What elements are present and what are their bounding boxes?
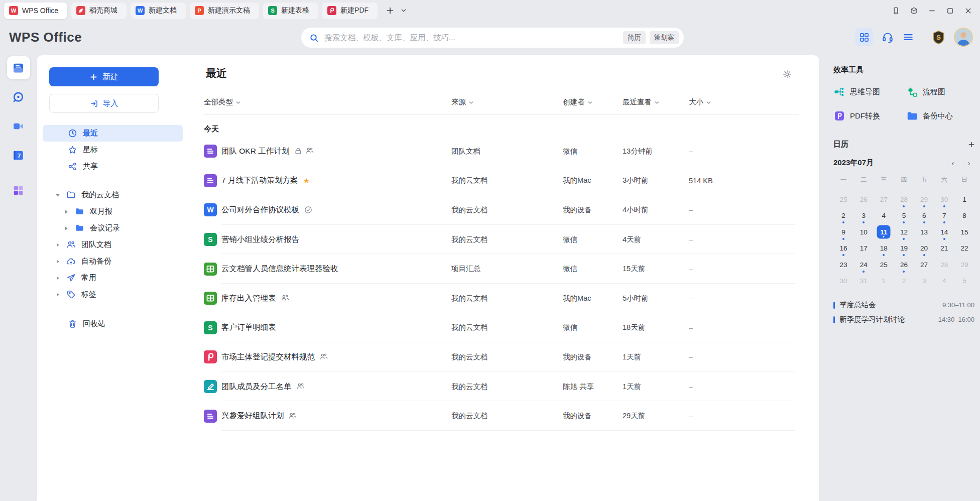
rail-item-documents-icon[interactable] [0, 53, 37, 82]
maximize-button[interactable] [941, 0, 959, 21]
calendar-day[interactable]: 27 [874, 191, 894, 208]
calendar-event[interactable]: 季度总结会9:30–11:00 [833, 298, 974, 312]
calendar-day[interactable]: 9 [833, 224, 853, 240]
sidebar-item-回收站[interactable]: 回收站 [43, 316, 183, 332]
calendar-day[interactable]: 20 [914, 240, 934, 257]
rail-item-chat-icon[interactable] [0, 82, 37, 111]
calendar-day[interactable]: 25 [874, 257, 894, 273]
calendar-day[interactable]: 29 [914, 191, 934, 208]
menu-icon[interactable] [902, 31, 914, 43]
close-button[interactable] [959, 0, 977, 21]
file-row[interactable]: 团队 OKR 工作计划团队文档微信13分钟前– [204, 137, 799, 166]
calendar-day[interactable]: 2 [833, 208, 853, 224]
sidebar-item-双月报[interactable]: 双月报 [43, 203, 183, 220]
calendar-day[interactable]: 7 [934, 208, 954, 224]
sidebar-item-自动备份[interactable]: 自动备份 [43, 253, 183, 270]
filter-大小[interactable]: 大小 [689, 97, 711, 107]
filter-最近查看[interactable]: 最近查看 [623, 97, 660, 107]
calendar-day[interactable]: 3 [914, 273, 934, 290]
rail-item-video-meeting-icon[interactable] [0, 111, 37, 141]
calendar-day[interactable]: 1 [954, 191, 974, 208]
new-document-button[interactable]: 新建 [49, 67, 159, 86]
file-row[interactable]: W公司对外合作协议模板我的云文档我的设备4小时前– [204, 195, 799, 225]
tool-备份中心[interactable]: 备份中心 [906, 110, 974, 122]
calendar-day[interactable]: 2 [894, 273, 914, 290]
calendar-day[interactable]: 11 [874, 224, 894, 240]
calendar-day[interactable]: 1 [874, 273, 894, 290]
filter-来源[interactable]: 来源 [451, 97, 474, 107]
calendar-day[interactable]: 16 [833, 240, 853, 257]
minimize-button[interactable] [923, 0, 941, 21]
import-button[interactable]: 导入 [49, 94, 159, 113]
calendar-day[interactable]: 3 [853, 208, 874, 224]
tab-pdf[interactable]: 新建PDF [322, 3, 378, 19]
search-tag[interactable]: 简历 [623, 31, 646, 44]
sidebar-item-我的云文档[interactable]: 我的云文档 [43, 187, 183, 203]
send-to-phone-button[interactable] [887, 0, 905, 21]
user-avatar[interactable] [954, 28, 973, 47]
calendar-day[interactable]: 26 [894, 257, 914, 273]
tab-writer[interactable]: W新建文档 [131, 3, 186, 19]
calendar-day[interactable]: 19 [894, 240, 914, 257]
sidebar-item-常用[interactable]: 常用 [43, 270, 183, 286]
file-row[interactable]: 市场主体登记提交材料规范我的云文档我的设备1天前– [204, 342, 799, 372]
tab-wps[interactable]: WWPS Office [4, 3, 67, 19]
calendar-day[interactable]: 17 [853, 240, 874, 257]
sidebar-item-星标[interactable]: 星标 [43, 142, 183, 158]
calendar-day[interactable]: 8 [954, 208, 974, 224]
filter-全部类型[interactable]: 全部类型 [204, 97, 241, 107]
add-event-button[interactable]: + [968, 139, 974, 150]
calendar-day[interactable]: 24 [853, 257, 874, 273]
sidebar-item-标签[interactable]: 标签 [43, 286, 183, 303]
workspace-box-button[interactable] [905, 0, 923, 21]
file-row[interactable]: 7 月线下活动策划方案★我的云文档我的Mac3小时前514 KB [204, 166, 799, 196]
new-tab-button[interactable] [386, 6, 395, 15]
calendar-day[interactable]: 5 [894, 208, 914, 224]
search-input[interactable]: 搜索文档、模板、文库、应用、技巧... 简历策划案 [301, 28, 684, 48]
tool-PDF转换[interactable]: PDF转换 [833, 110, 906, 122]
calendar-day[interactable]: 4 [874, 208, 894, 224]
calendar-day[interactable]: 18 [874, 240, 894, 257]
calendar-day[interactable]: 14 [934, 224, 954, 240]
sidebar-item-团队文档[interactable]: 团队文档 [43, 236, 183, 253]
tool-流程图[interactable]: 流程图 [906, 86, 974, 98]
calendar-day[interactable]: 28 [934, 257, 954, 273]
tab-presentation[interactable]: P新建演示文稿 [190, 3, 259, 19]
tab-docer[interactable]: 稻壳商城 [71, 3, 127, 19]
calendar-day[interactable]: 31 [853, 273, 874, 290]
calendar-day[interactable]: 28 [894, 191, 914, 208]
sidebar-item-共享[interactable]: 共享 [43, 158, 183, 175]
calendar-day[interactable]: 6 [914, 208, 934, 224]
calendar-day[interactable]: 21 [934, 240, 954, 257]
file-row[interactable]: 团队成员及分工名单我的云文档陈旭 共享1天前– [204, 372, 799, 402]
file-row[interactable]: S客户订单明细表我的云文档微信18天前– [204, 313, 799, 343]
tab-list-dropdown-icon[interactable] [401, 8, 407, 14]
calendar-day[interactable]: 5 [954, 273, 974, 290]
calendar-prev-icon[interactable]: ‹ [947, 157, 958, 168]
member-badge-icon[interactable]: S [932, 30, 945, 45]
calendar-day[interactable]: 10 [853, 224, 874, 240]
support-headset-icon[interactable] [882, 31, 894, 43]
search-tag[interactable]: 策划案 [650, 31, 679, 44]
sidebar-item-最近[interactable]: 最近 [43, 125, 183, 142]
calendar-event[interactable]: 新季度学习计划讨论14:30–16:00 [833, 312, 974, 327]
calendar-day[interactable]: 12 [894, 224, 914, 240]
calendar-day[interactable]: 23 [833, 257, 853, 273]
settings-gear-icon[interactable] [782, 69, 792, 79]
calendar-day[interactable]: 22 [954, 240, 974, 257]
apps-grid-button[interactable] [855, 28, 873, 46]
filter-创建者[interactable]: 创建者 [563, 97, 593, 107]
rail-item-calendar-7-icon[interactable]: 7 [0, 141, 37, 170]
sidebar-item-会议记录[interactable]: 会议记录 [43, 220, 183, 236]
calendar-day[interactable]: 25 [833, 191, 853, 208]
calendar-day[interactable]: 30 [934, 191, 954, 208]
calendar-day[interactable]: 15 [954, 224, 974, 240]
calendar-day[interactable]: 13 [914, 224, 934, 240]
rail-item-apps-purple-icon[interactable] [0, 176, 37, 205]
calendar-day[interactable]: 30 [833, 273, 853, 290]
file-row[interactable]: 云文档管人员信息统计表理器验收项目汇总微信15天前– [204, 254, 799, 284]
tool-思维导图[interactable]: 思维导图 [833, 86, 906, 98]
file-row[interactable]: 兴趣爱好组队计划我的云文档我的设备29天前– [204, 401, 799, 431]
tab-spreadsheet[interactable]: S新建表格 [263, 3, 318, 19]
file-row[interactable]: 库存出入管理表我的云文档我的Mac5小时前– [204, 284, 799, 313]
